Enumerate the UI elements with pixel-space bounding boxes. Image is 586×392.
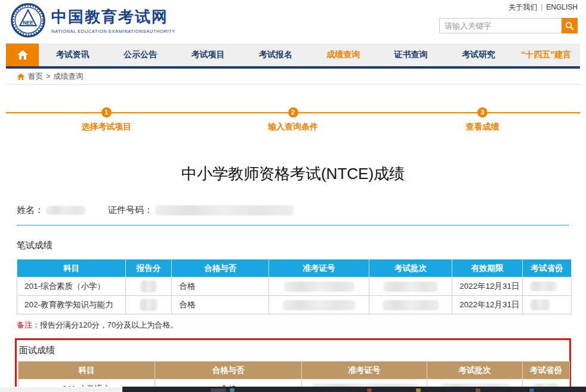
taskbar-app-icon (230, 388, 235, 392)
step-1-label: 选择考试项目 (81, 122, 131, 132)
col-ticket-number: 准考证号 (302, 362, 427, 379)
logo-title: 中国教育考试网 (51, 7, 175, 27)
page: NEE 中国教育考试网 NATIONAL EDUCATION EXAMINATI… (0, 0, 586, 392)
written-scores-table: 科目 报告分 合格与否 准考证号 考试批次 有效期限 考试省份 201-综合素质… (17, 259, 572, 314)
page-title: 中小学教师资格考试(NTCE)成绩 (0, 163, 586, 184)
col-exam-province: 考试省份 (523, 362, 570, 379)
ticket-cell-redacted (269, 296, 369, 314)
taskbar-app-icon (416, 388, 421, 392)
top-links-separator: | (541, 3, 542, 11)
about-us-link[interactable]: 关于我们 (508, 3, 537, 11)
id-number-value-redacted (155, 205, 294, 215)
taskbar-light-segment (0, 387, 122, 392)
pass-cell: 合格 (172, 296, 269, 314)
taskbar-strip (0, 387, 586, 392)
pass-cell: 合格 (172, 277, 269, 296)
search-icon (565, 21, 574, 30)
breadcrumb-current: 成绩查询 (53, 72, 83, 82)
logo-subtitle: NATIONAL EDUCATION EXAMINATIONSAUTHORITY (51, 29, 175, 34)
col-exam-batch: 考试批次 (427, 362, 523, 379)
valid-until-cell: 2022年12月31日 (452, 296, 523, 314)
score-note: 备注：报告分满分120分，70分及以上为合格。 (17, 320, 586, 331)
step-indicator: 1 选择考试项目 2 输入查询条件 3 查看成绩 (6, 107, 580, 138)
col-ticket-number: 准考证号 (269, 260, 369, 277)
identity-row: 姓名： 证件号码： (17, 205, 569, 226)
province-cell-redacted (523, 296, 572, 314)
breadcrumb: 首页 > 成绩查询 (6, 69, 580, 85)
step-3: 3 查看成绩 (465, 107, 499, 132)
table-row: 201-综合素质（小学） 合格 2022年12月31日 (17, 277, 572, 296)
step-1: 1 选择考试项目 (81, 107, 131, 132)
interview-scores-title: 面试成绩 (18, 344, 568, 361)
written-table-header-row: 科目 报告分 合格与否 准考证号 考试批次 有效期限 考试省份 (17, 260, 572, 277)
top-links: 关于我们|ENGLISH (508, 2, 578, 13)
col-subject: 科目 (18, 362, 155, 379)
id-number-label: 证件号码： (108, 205, 153, 216)
table-row: 202-教育教学知识与能力 合格 2022年12月31日 (17, 296, 572, 314)
col-pass-status: 合格与否 (172, 260, 269, 277)
nav-item-score-inquiry[interactable]: 成绩查询 (310, 44, 377, 66)
breadcrumb-home-icon (17, 73, 25, 81)
taskbar-dark-segment (122, 387, 586, 392)
logo-text: 中国教育考试网 NATIONAL EDUCATION EXAMINATIONSA… (51, 7, 175, 34)
col-exam-batch: 考试批次 (369, 260, 452, 277)
interview-table-header-row: 科目 合格与否 准考证号 考试批次 考试省份 (18, 362, 570, 379)
search-bar (439, 18, 578, 33)
nav-item-certificate-inquiry[interactable]: 证书查询 (377, 44, 445, 66)
taskbar-app-icon (367, 388, 372, 392)
step-3-number: 3 (477, 107, 488, 118)
step-1-number: 1 (101, 107, 112, 118)
step-2: 2 输入查询条件 (268, 107, 318, 132)
nav-item-public-notices[interactable]: 公示公告 (106, 44, 174, 66)
taskbar-app-icon (476, 388, 480, 392)
valid-until-cell: 2022年12月31日 (452, 277, 523, 296)
home-icon (17, 50, 29, 60)
step-2-number: 2 (288, 107, 298, 118)
batch-cell-redacted (369, 277, 452, 296)
nav-item-exam-research[interactable]: 考试研究 (445, 44, 512, 66)
name-value-redacted (46, 206, 85, 215)
subject-cell: 201-综合素质（小学） (17, 277, 126, 296)
nav-item-exam-news[interactable]: 考试资讯 (39, 44, 106, 66)
score-cell-redacted (126, 296, 172, 314)
nav-item-exam-registration[interactable]: 考试报名 (242, 44, 309, 66)
score-cell-redacted (126, 277, 172, 296)
breadcrumb-home[interactable]: 首页 (28, 72, 43, 82)
step-3-label: 查看成绩 (465, 122, 499, 132)
english-link[interactable]: ENGLISH (546, 3, 578, 11)
col-valid-until: 有效期限 (452, 260, 523, 277)
written-scores-title: 笔试成绩 (17, 240, 586, 251)
note-label: 备注： (17, 320, 40, 329)
batch-cell-redacted (369, 296, 452, 314)
taskbar-app-icon (211, 388, 226, 392)
svg-text:NEE: NEE (23, 20, 33, 26)
search-input[interactable] (439, 18, 562, 33)
province-cell-redacted (523, 277, 572, 296)
nav-item-exam-programs[interactable]: 考试项目 (174, 44, 242, 66)
step-2-label: 输入查询条件 (268, 122, 318, 132)
subject-cell: 202-教育教学知识与能力 (17, 296, 126, 314)
col-subject: 科目 (17, 260, 126, 277)
breadcrumb-separator: > (46, 72, 50, 81)
neea-emblem-icon: NEE (11, 3, 45, 38)
search-button[interactable] (562, 18, 578, 33)
name-label: 姓名： (17, 205, 44, 216)
interview-scores-highlight-box: 面试成绩 科目 合格与否 准考证号 考试批次 考试省份 241-小学语文 合格 (15, 338, 571, 392)
col-pass-status: 合格与否 (155, 362, 302, 379)
ticket-cell-redacted (269, 277, 369, 296)
nav-home-button[interactable] (6, 44, 39, 66)
site-logo[interactable]: NEE 中国教育考试网 NATIONAL EDUCATION EXAMINATI… (11, 3, 175, 38)
taskbar-app-icon (529, 388, 534, 392)
note-text: 报告分满分120分，70分及以上为合格。 (40, 320, 178, 329)
col-exam-province: 考试省份 (523, 260, 572, 277)
nav-item-14th-5yr-plan[interactable]: “十四五”建言 (513, 44, 580, 66)
main-nav: 考试资讯 公示公告 考试项目 考试报名 成绩查询 证书查询 考试研究 “十四五”… (6, 44, 580, 69)
site-header: NEE 中国教育考试网 NATIONAL EDUCATION EXAMINATI… (0, 0, 586, 44)
col-report-score: 报告分 (126, 260, 172, 277)
